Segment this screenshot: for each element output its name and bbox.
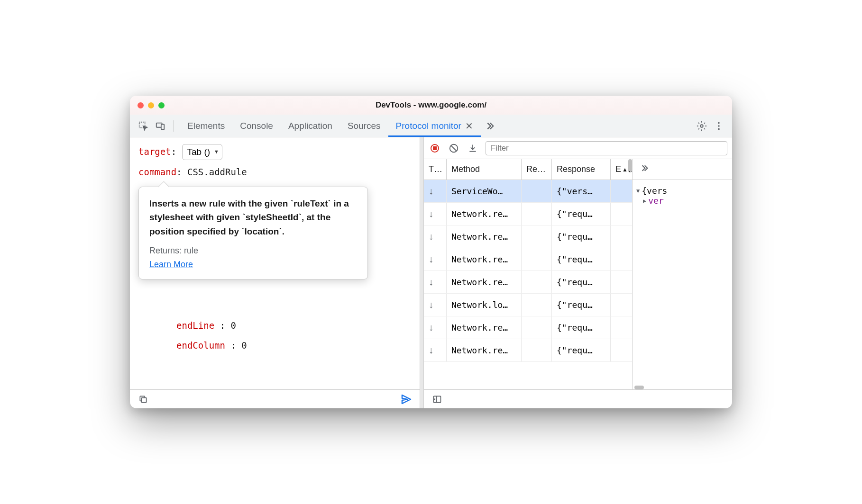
table-row[interactable]: ↓Network.re…{"requ… <box>424 271 632 294</box>
learn-more-link[interactable]: Learn More <box>149 260 357 270</box>
table-row[interactable]: ↓Network.lo…{"requ… <box>424 294 632 316</box>
svg-line-9 <box>451 145 457 151</box>
details-panel: ▼ {vers ▶ ver <box>633 159 732 389</box>
tree-child[interactable]: ▶ ver <box>643 196 728 206</box>
col-label: E <box>615 164 621 174</box>
clear-icon[interactable] <box>448 142 460 154</box>
table-row[interactable]: ↓Network.re…{"requ… <box>424 203 632 225</box>
tooltip-description: Inserts a new rule with the given `ruleT… <box>149 197 357 238</box>
record-button[interactable] <box>429 142 441 154</box>
table-row[interactable]: ↓Network.re…{"requ… <box>424 339 632 362</box>
toolbar-separator <box>174 120 174 132</box>
command-editor-body: target: Tab () command: CSS.addRule Inse… <box>130 137 420 389</box>
tab-label: Elements <box>187 121 225 131</box>
close-icon[interactable]: ✕ <box>465 120 473 132</box>
toggle-sidebar-icon[interactable] <box>431 393 444 406</box>
param-value[interactable]: 0 <box>241 340 247 351</box>
collapse-icon[interactable]: ▼ <box>636 188 640 194</box>
tab-strip: Elements Console Application Sources Pro… <box>180 115 498 137</box>
params-block: endLine : 0 endColumn : 0 <box>176 316 411 356</box>
tab-label: Sources <box>348 121 381 131</box>
table-header: T… Method Re… Response E▲… <box>424 159 632 180</box>
cell-type: ↓ <box>424 203 447 225</box>
minimize-window-button[interactable] <box>148 102 154 108</box>
target-value: Tab () <box>187 145 211 159</box>
tab-application[interactable]: Application <box>281 115 340 137</box>
device-toggle-icon[interactable] <box>153 118 168 134</box>
tab-elements[interactable]: Elements <box>180 115 232 137</box>
tab-label: Protocol monitor <box>396 121 461 131</box>
target-select[interactable]: Tab () <box>182 144 222 160</box>
cell-type: ↓ <box>424 339 447 361</box>
kebab-menu-icon[interactable] <box>711 118 726 134</box>
col-type[interactable]: T… <box>424 159 447 180</box>
cell-type: ↓ <box>424 225 447 248</box>
cell-type: ↓ <box>424 316 447 339</box>
inspect-element-icon[interactable] <box>136 118 151 134</box>
cell-method: Network.re… <box>447 271 522 293</box>
table-row[interactable]: ↓ServiceWo…{"vers… <box>424 180 632 203</box>
close-window-button[interactable] <box>138 102 144 108</box>
command-editor-panel: target: Tab () command: CSS.addRule Inse… <box>130 137 420 408</box>
details-body: ▼ {vers ▶ ver <box>633 180 732 389</box>
download-icon[interactable] <box>467 142 479 154</box>
table-row[interactable]: ↓Network.re…{"requ… <box>424 225 632 248</box>
table-row[interactable]: ↓Network.re…{"requ… <box>424 316 632 339</box>
send-button[interactable] <box>400 393 413 406</box>
panel-resizer[interactable] <box>420 137 424 408</box>
svg-point-4 <box>718 122 720 124</box>
more-tabs-button[interactable] <box>636 163 651 176</box>
svg-rect-2 <box>161 124 164 129</box>
target-line: target: Tab () <box>138 144 411 160</box>
param-value[interactable]: 0 <box>230 320 236 331</box>
svg-point-6 <box>718 128 720 130</box>
target-label: target <box>138 146 171 157</box>
col-request[interactable]: Re… <box>522 159 552 180</box>
tab-protocol-monitor[interactable]: Protocol monitor ✕ <box>388 115 481 137</box>
command-label: command <box>138 167 176 177</box>
cell-request <box>522 339 552 361</box>
cell-elapsed <box>611 294 632 316</box>
col-method[interactable]: Method <box>447 159 522 180</box>
tree-root-label: {vers <box>642 186 667 196</box>
arrow-down-icon: ↓ <box>429 186 433 197</box>
cell-response: {"requ… <box>552 339 611 361</box>
maximize-window-button[interactable] <box>158 102 165 108</box>
arrow-down-icon: ↓ <box>429 322 433 333</box>
param-endline: endLine : 0 <box>176 316 411 336</box>
cell-request <box>522 248 552 270</box>
arrow-down-icon: ↓ <box>429 345 433 356</box>
gear-icon[interactable] <box>694 118 709 134</box>
param-endcolumn: endColumn : 0 <box>176 336 411 356</box>
filter-input[interactable] <box>486 141 727 155</box>
col-elapsed[interactable]: E▲… <box>611 159 632 180</box>
cell-response: {"requ… <box>552 294 611 316</box>
col-response[interactable]: Response <box>552 159 611 180</box>
cell-request <box>522 180 552 202</box>
arrow-down-icon: ↓ <box>429 299 433 310</box>
scrollbar-thumb[interactable] <box>634 386 644 389</box>
table-row[interactable]: ↓Network.re…{"requ… <box>424 248 632 271</box>
json-key: ver <box>648 196 664 206</box>
sort-asc-icon: ▲ <box>622 166 628 173</box>
copy-icon[interactable] <box>137 393 150 406</box>
tab-console[interactable]: Console <box>232 115 281 137</box>
tab-sources[interactable]: Sources <box>340 115 388 137</box>
titlebar: DevTools - www.google.com/ <box>130 96 732 115</box>
cell-type: ↓ <box>424 294 447 316</box>
cell-response: {"requ… <box>552 316 611 339</box>
cell-request <box>522 316 552 339</box>
command-value[interactable]: CSS.addRule <box>187 167 247 177</box>
svg-rect-7 <box>142 397 147 402</box>
arrow-down-icon: ↓ <box>429 208 433 219</box>
cell-elapsed <box>611 271 632 293</box>
expand-icon[interactable]: ▶ <box>643 198 646 204</box>
arrow-down-icon: ↓ <box>429 231 433 242</box>
tree-root[interactable]: ▼ {vers <box>636 186 728 196</box>
more-tabs-button[interactable] <box>481 115 498 137</box>
command-tooltip: Inserts a new rule with the given `ruleT… <box>138 187 368 279</box>
cell-method: Network.re… <box>447 316 522 339</box>
log-table: T… Method Re… Response E▲… ↓ServiceWo…{"… <box>424 159 633 389</box>
cell-method: Network.lo… <box>447 294 522 316</box>
protocol-log-panel: T… Method Re… Response E▲… ↓ServiceWo…{"… <box>424 137 732 408</box>
